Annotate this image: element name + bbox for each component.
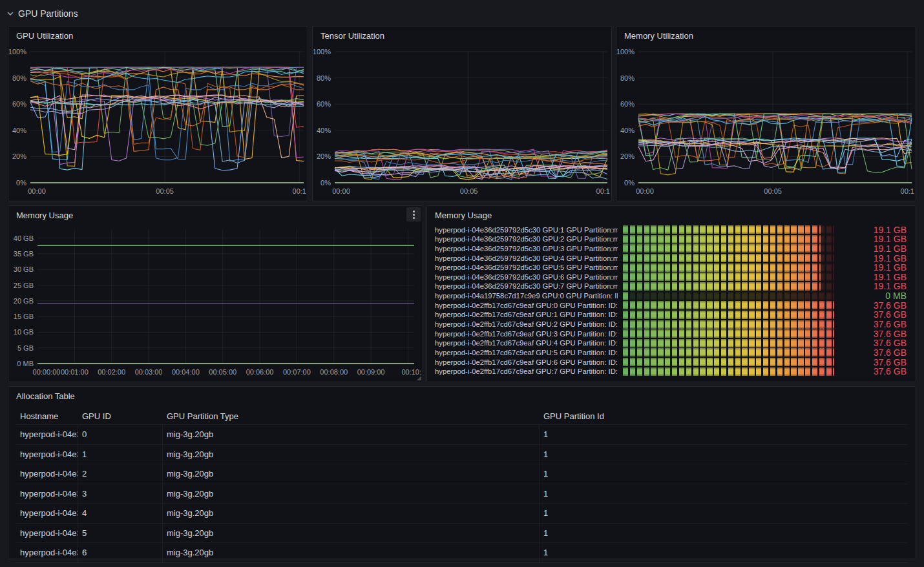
bargauge-row: hyperpod-i-0e2ffb17cd67c9eaf GPU:3 GPU P… [435,329,907,338]
table-column-header[interactable]: GPU ID [78,411,163,421]
y-axis-tick-label: 40% [620,127,635,134]
bargauge-row: hyperpod-i-04e36d259792d5c30 GPU:4 GPU P… [435,254,907,262]
memory-utilization-chart: 0%20%40%60%80%100%00:0000:0500:1 [616,42,916,201]
x-axis-tick-label: 00:04:00 [172,368,200,376]
table-cell: hyperpod-i-04e3 [16,425,78,444]
bargauge-bar [623,263,834,272]
y-axis-tick-label: 60% [620,100,635,108]
bargauge-row: hyperpod-i-04e36d259792d5c30 GPU:2 GPU P… [435,235,907,243]
bargauge-cell-grid [623,301,834,309]
x-axis-tick-label: 00:05:00 [209,368,236,376]
bargauge-cell-grid [623,273,834,281]
panel-menu-kebab-icon[interactable] [406,207,421,222]
table-cell: 1 [540,429,908,439]
y-axis-tick-label: 15 GB [14,313,34,320]
panel-title[interactable]: Tensor Utilization [320,31,384,41]
x-axis-tick-label: 00:07:00 [283,368,311,376]
y-axis-tick-label: 30 GB [14,265,34,273]
table-cell: hyperpod-i-04e3 [16,445,78,464]
bargauge-bar [623,301,834,309]
table-row: hyperpod-i-04e34mig-3g.20gb1 [16,504,908,524]
bargauge-cell-grid [623,263,834,272]
table-cell: 1 [540,548,908,557]
panel-title[interactable]: Allocation Table [16,391,75,401]
bargauge-row-label: hyperpod-i-04e36d259792d5c30 GPU:7 GPU P… [435,282,618,290]
row-header-gpu-partitions[interactable]: GPU Partitions [6,6,78,21]
y-axis-tick-label: 0% [16,179,26,187]
bargauge-cell-grid [623,339,834,347]
y-axis-tick-label: 0% [624,179,635,187]
bargauge-value: 37.6 GB [839,347,907,358]
panel-memory-usage-gauge: Memory Usage hyperpod-i-04e36d259792d5c3… [426,205,916,382]
bargauge-bar [623,348,834,356]
y-axis-tick-label: 60% [12,100,26,108]
bargauge-value: 0 MB [839,291,907,301]
bargauge-bar [623,367,834,376]
table-cell: mig-3g.20gb [163,445,540,464]
panel-resize-handle[interactable] [417,376,421,380]
bargauge-row-label: hyperpod-i-0e2ffb17cd67c9eaf GPU:1 GPU P… [435,311,618,318]
panel-title[interactable]: Memory Usage [435,211,492,220]
table-cell: 4 [78,504,163,523]
table-cell: 5 [78,524,163,543]
panel-title[interactable]: GPU Utilization [16,31,73,41]
bargauge-row-label: hyperpod-i-04a19758c7d17c9e9 GPU:0 GPU P… [435,292,618,300]
bargauge-row: hyperpod-i-04e36d259792d5c30 GPU:6 GPU P… [435,273,907,281]
y-axis-tick-label: 0% [320,179,331,187]
bargauge-row: hyperpod-i-0e2ffb17cd67c9eaf GPU:4 GPU P… [435,339,907,347]
y-axis-tick-label: 80% [12,74,26,82]
bargauge-row-label: hyperpod-i-04e36d259792d5c30 GPU:4 GPU P… [435,254,618,262]
panel-memory-usage-timeseries: Memory Usage 0 MB5 GB10 GB15 GB20 GB25 G… [8,205,423,382]
allocation-table: HostnameGPU IDGPU Partition TypeGPU Part… [16,408,908,563]
bargauge-value: 37.6 GB [839,329,907,339]
row-header-title: GPU Partitions [18,8,78,19]
panel-title[interactable]: Memory Usage [16,211,73,220]
bargauge-value: 37.6 GB [839,319,907,329]
bargauge-row-label: hyperpod-i-04e36d259792d5c30 GPU:6 GPU P… [435,273,618,281]
bargauge-bar [623,254,834,262]
table-header-row: HostnameGPU IDGPU Partition TypeGPU Part… [16,408,908,425]
bargauge-bar [623,311,834,319]
y-axis-tick-label: 10 GB [14,328,34,336]
x-axis-tick-label: 00:03:00 [135,368,163,376]
bargauge-row-label: hyperpod-i-0e2ffb17cd67c9eaf GPU:5 GPU P… [435,349,618,356]
table-cell: hyperpod-i-04e3 [16,543,78,562]
table-cell: 1 [540,528,908,538]
bargauge-value: 37.6 GB [839,366,907,376]
panel-memory-utilization: Memory Utilization 0%20%40%60%80%100%00:… [616,26,916,201]
bargauge-cell-grid [623,235,834,243]
table-column-header[interactable]: Hostname [16,411,78,421]
bargauge-cell-grid [623,348,834,356]
bargauge-bar [623,282,834,291]
y-axis-tick-label: 100% [313,48,331,56]
bargauge-bar [623,358,834,366]
x-axis-tick-label: 00:00:00 [33,368,61,376]
bargauge-cell-grid [623,244,834,253]
table-cell: 1 [540,469,908,479]
bargauge-row: hyperpod-i-0e2ffb17cd67c9eaf GPU:7 GPU P… [435,367,907,376]
chevron-down-icon [6,10,14,17]
table-cell: hyperpod-i-04e3 [16,464,78,484]
bargauge-row-label: hyperpod-i-04e36d259792d5c30 GPU:1 GPU P… [435,226,618,234]
y-axis-tick-label: 80% [317,74,331,82]
table-cell: hyperpod-i-04e3 [16,504,78,523]
x-axis-tick-label: 00:05 [156,187,174,195]
table-column-header[interactable]: GPU Partition Type [163,411,540,421]
bargauge-cell-grid [623,254,834,262]
bargauge-bar [623,320,834,329]
y-axis-tick-label: 20% [620,152,635,160]
table-column-header[interactable]: GPU Partition Id [540,411,908,421]
bargauge-cell-grid [623,367,834,376]
bargauge-cell-grid [623,311,834,319]
bargauge-rows: hyperpod-i-04e36d259792d5c30 GPU:1 GPU P… [435,225,907,376]
x-axis-tick-label: 00:00 [332,187,350,195]
table-row: hyperpod-i-04e31mig-3g.20gb1 [16,445,908,465]
x-axis-tick-label: 00:00 [28,187,46,195]
panel-title[interactable]: Memory Utilization [624,31,693,41]
bargauge-row: hyperpod-i-0e2ffb17cd67c9eaf GPU:5 GPU P… [435,348,907,356]
table-cell: 6 [78,543,163,562]
grafana-dashboard: GPU Partitions GPU Utilization 0%20%40%6… [0,0,924,567]
x-axis-tick-label: 00:01:00 [61,368,89,376]
bargauge-value: 37.6 GB [839,338,907,348]
y-axis-tick-label: 20% [317,152,331,160]
